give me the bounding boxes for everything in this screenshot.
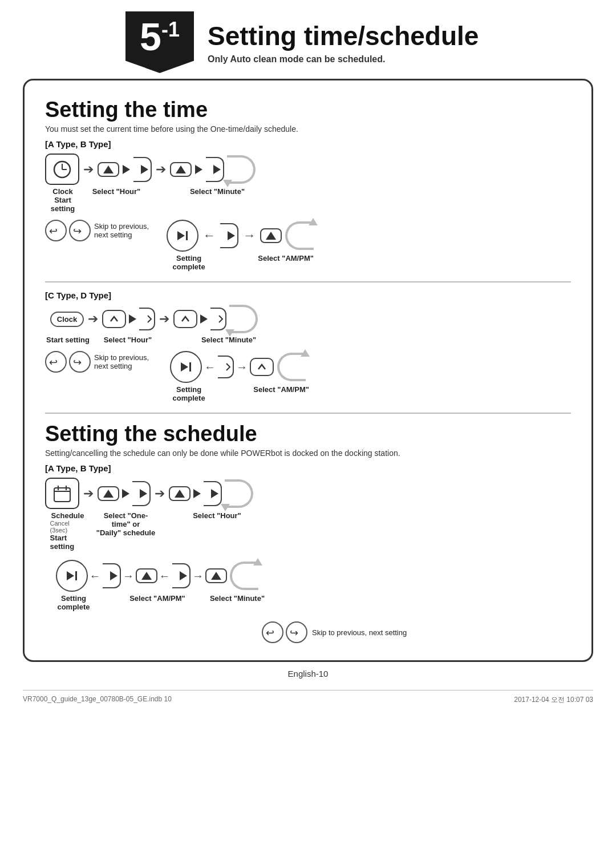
svg-text:↩: ↩ xyxy=(49,357,58,368)
arrow7-cd: ← xyxy=(204,361,216,374)
start-setting-label-cd: Start setting xyxy=(45,336,91,344)
footer-left: VR7000_Q_guide_13ge_00780B-05_GE.indb 10 xyxy=(23,695,172,705)
bracket-s2 xyxy=(204,481,222,506)
start-setting-label-sched: Start setting xyxy=(50,534,86,551)
svg-text:↪: ↪ xyxy=(290,627,298,639)
setting-complete-label-ab: Setting complete xyxy=(160,254,217,271)
uturn-s-r2 xyxy=(230,562,258,590)
uturn-cd-r2 xyxy=(277,353,306,381)
ampm-selector-ab[interactable] xyxy=(260,228,282,243)
chapter-number: 5 xyxy=(140,15,161,58)
select-minute-label-cd: Select "Minute" xyxy=(194,336,263,344)
hour-selector-ab[interactable] xyxy=(98,162,119,177)
select-ampm-label-ab: Select "AM/PM" xyxy=(252,254,320,263)
uturn-cd-r1 xyxy=(229,305,258,333)
skip-button-cd[interactable]: ↩ ↪ xyxy=(45,351,91,373)
minute-selector-sched[interactable] xyxy=(205,568,227,583)
setting-complete-sched-btn[interactable] xyxy=(56,560,88,592)
arrow6-ab: ← xyxy=(243,228,256,243)
ab-type-schedule-label: [A Type, B Type] xyxy=(45,463,571,473)
select-minute-label-sched: Select "Minute" xyxy=(206,594,269,603)
bracket-cd2 xyxy=(210,308,226,330)
clock-oval-cd[interactable]: Clock xyxy=(50,312,84,327)
section1-desc: You must set the current time before usi… xyxy=(45,124,571,134)
divider1 xyxy=(45,281,571,282)
arrow4-ab xyxy=(195,165,202,174)
setting-complete-btn-cd[interactable] xyxy=(170,351,202,383)
page-title: Setting time/schedule xyxy=(208,22,479,51)
bracket-cd3 xyxy=(218,356,234,378)
skip-label-ab: Skip to previous, xyxy=(94,222,149,231)
header-text: Setting time/schedule Only Auto clean mo… xyxy=(208,11,479,64)
svg-rect-7 xyxy=(54,488,70,502)
arrow8-cd: ← xyxy=(236,361,248,374)
footer-bar: VR7000_Q_guide_13ge_00780B-05_GE.indb 10… xyxy=(23,690,593,705)
skip-button-ab[interactable]: ↩ ↪ xyxy=(45,220,91,241)
minute-selector-ab[interactable] xyxy=(170,162,192,177)
section1-title: Setting the time xyxy=(45,98,571,122)
arrow-s6: ← xyxy=(192,570,204,583)
start-setting-label-ab: Start setting xyxy=(45,196,80,213)
cd-type-label: [C Type, D Type] xyxy=(45,290,571,300)
clock-button-ab[interactable] xyxy=(45,154,79,185)
chapter-badge: 5-1 xyxy=(125,11,194,73)
divider2 xyxy=(45,413,571,414)
bracket-s4 xyxy=(172,563,191,588)
bracket-cd1 xyxy=(139,308,155,330)
select-onetime-label: Select "One-time" or xyxy=(95,511,157,528)
arrow-s3: ← xyxy=(90,570,101,583)
svg-text:↩: ↩ xyxy=(266,627,274,639)
cancel-label: Cancel (3sec) xyxy=(50,520,86,534)
select-hour-label-cd: Select "Hour" xyxy=(96,336,159,344)
svg-text:↪: ↪ xyxy=(73,225,82,237)
arrow-s5: ← xyxy=(159,570,171,583)
arrow5-ab: ← xyxy=(203,228,216,243)
skip-prev-next-label: Skip to previous, next setting xyxy=(312,628,407,637)
setting-complete-label-sched: Setting complete xyxy=(45,594,102,611)
section2-title: Setting the schedule xyxy=(45,422,571,446)
hour-chevron-cd[interactable] xyxy=(102,310,126,328)
section-setting-time: Setting the time You must set the curren… xyxy=(45,98,571,402)
bracket-s1 xyxy=(132,481,151,506)
chapter-sub: -1 xyxy=(161,18,180,41)
arrow-cd2: ➔ xyxy=(159,312,169,326)
ab-type-label: [A Type, B Type] xyxy=(45,139,571,149)
setting-complete-label-cd: Setting complete xyxy=(160,385,217,402)
page-subtitle: Only Auto clean mode can be scheduled. xyxy=(208,54,479,64)
skip-label-cd: Skip to previous, xyxy=(94,353,149,362)
onetime-selector[interactable] xyxy=(98,486,119,501)
svg-text:↪: ↪ xyxy=(73,357,82,368)
skip-label2-cd: next setting xyxy=(94,362,149,370)
skip-button-sched[interactable]: ↩ ↪ xyxy=(262,621,307,643)
select-ampm-label-cd: Select "AM/PM" xyxy=(247,385,315,394)
clock-label: Clock xyxy=(45,187,80,196)
uturn-ab-r2 xyxy=(285,221,314,250)
arrow-s1: ➔ xyxy=(83,486,94,501)
schedule-label: Schedule xyxy=(51,511,84,520)
ab-flow: ➔ xyxy=(45,154,571,271)
ampm-selector-sched[interactable] xyxy=(136,568,157,583)
section2-desc: Setting/cancelling the schedule can only… xyxy=(45,449,571,458)
main-box: Setting the time You must set the curren… xyxy=(23,79,593,662)
ampm-chevron-cd[interactable] xyxy=(250,358,274,376)
arrow2-ab xyxy=(123,165,130,174)
select-hour-label-ab: Select "Hour" xyxy=(86,187,147,196)
page-container: 5-1 Setting time/schedule Only Auto clea… xyxy=(0,0,616,844)
schedule-button[interactable] xyxy=(45,478,79,509)
uturn-ab-r1 xyxy=(227,155,256,184)
setting-complete-btn-ab[interactable] xyxy=(167,220,198,252)
skip-label2-ab: next setting xyxy=(94,231,149,239)
section-setting-schedule: Setting the schedule Setting/cancelling … xyxy=(45,422,571,643)
bracket-right-ab xyxy=(133,157,152,182)
page-number: English-10 xyxy=(23,669,593,679)
minute-chevron-cd[interactable] xyxy=(173,310,197,328)
footer-right: 2017-12-04 오전 10:07 03 xyxy=(514,695,593,705)
arrow-s2: ➔ xyxy=(155,486,165,501)
select-hour-label-sched: Select "Hour" xyxy=(186,511,249,520)
arrow3-ab: ➔ xyxy=(156,162,166,177)
hour-selector-sched[interactable] xyxy=(169,486,191,501)
arrow1-ab: ➔ xyxy=(83,162,94,177)
arrow-cd1: ➔ xyxy=(88,312,98,326)
select-minute-label-ab: Select "Minute" xyxy=(183,187,252,196)
select-ampm-label-sched: Select "AM/PM" xyxy=(126,594,189,603)
